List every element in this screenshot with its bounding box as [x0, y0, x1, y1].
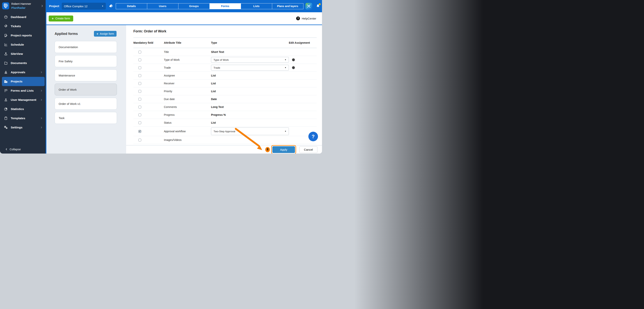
clipboard-icon	[4, 116, 8, 120]
chevron-right-icon	[40, 117, 43, 120]
caret-down-icon: ▼	[284, 130, 286, 132]
attribute-title: Comments	[164, 106, 177, 108]
mandatory-checkbox[interactable]	[138, 58, 141, 61]
question-icon: ?	[312, 134, 314, 139]
tab-plans-and-layers[interactable]: Plans and layers	[272, 4, 303, 9]
sidebar-item-approvals[interactable]: Approvals	[2, 68, 45, 77]
form-card-label: Order of Work	[59, 88, 77, 91]
tab-groups[interactable]: Groups	[178, 4, 210, 9]
expand-sidebar-icon[interactable]	[41, 4, 44, 8]
attribute-table: TitleShort TextType of WorkType of Work▼…	[134, 48, 317, 144]
mandatory-checkbox[interactable]	[138, 106, 141, 108]
table-row-priority: PriorityList	[134, 88, 317, 95]
chevron-right-icon	[40, 98, 43, 101]
gear-icon[interactable]	[292, 58, 295, 62]
sidebar-item-label: Forms and Lists	[11, 89, 34, 92]
chevron-right-icon	[40, 89, 43, 92]
form-card-label: Task	[59, 116, 64, 120]
topbar: Project Office Complex 12 ▼ DetailsUsers…	[46, 0, 322, 12]
form-card-documentation[interactable]: Documentation	[55, 41, 117, 53]
table-row-status: StatusList	[134, 119, 317, 127]
tab-lists[interactable]: Lists	[241, 4, 272, 9]
table-row-title: TitleShort Text	[134, 48, 317, 56]
form-title: Form: Order of Work	[134, 29, 317, 33]
mandatory-checkbox[interactable]: ✓	[138, 130, 141, 133]
attribute-title: Images/Videos	[164, 138, 182, 142]
sidebar-item-label: Documents	[11, 61, 27, 65]
form-card-task[interactable]: Task	[55, 112, 117, 124]
form-card-maintenance[interactable]: Maintenance	[55, 70, 117, 81]
sidebar-item-documents[interactable]: Documents	[2, 58, 45, 68]
tab-details[interactable]: Details	[116, 4, 147, 9]
type-value: Short Text	[211, 50, 224, 54]
folder-icon	[4, 61, 8, 65]
form-footer: 8 Apply Cancel	[126, 145, 322, 154]
mandatory-checkbox[interactable]	[138, 82, 141, 85]
flag-icon	[4, 89, 8, 92]
sidebar-item-user-management[interactable]: User Management	[2, 95, 45, 104]
attribute-title: Progress	[164, 113, 174, 116]
table-row-trade: TradeTrade▼	[134, 64, 317, 72]
dropdown-type-of-work[interactable]: Type of Work▼	[211, 57, 289, 63]
type-value: List	[211, 82, 216, 85]
collapse-button[interactable]: Collapse	[5, 148, 21, 151]
attribute-title: Receiver	[164, 82, 174, 85]
sidebar-item-label: Tickets	[11, 24, 21, 28]
mandatory-checkbox[interactable]	[138, 98, 141, 101]
form-card-order-of-work-v1[interactable]: Order of Work v1	[55, 98, 117, 110]
helpcenter-button[interactable]: ? HelpCenter	[296, 16, 316, 20]
applied-forms-panel: Applied forms + Assign form Documentatio…	[46, 25, 126, 154]
mandatory-checkbox[interactable]	[138, 90, 141, 93]
form-card-label: Fire Safety	[59, 60, 73, 63]
tab-users[interactable]: Users	[147, 4, 178, 9]
tab-bar: DetailsUsersGroupsFormsListsPlans and la…	[116, 3, 304, 9]
schedule-icon	[4, 43, 8, 46]
tag-icon[interactable]	[109, 4, 113, 8]
mandatory-checkbox[interactable]	[138, 50, 141, 54]
notifications-bell-icon[interactable]	[316, 4, 320, 8]
attribute-title: Priority	[164, 90, 172, 93]
mandatory-checkbox[interactable]	[138, 74, 141, 77]
create-form-button[interactable]: + Create form	[49, 16, 73, 22]
sidebar-item-label: Dashboard	[11, 15, 26, 19]
form-card-fire-safety[interactable]: Fire Safety	[55, 55, 117, 67]
sidebar-item-statistics[interactable]: Statistics	[2, 104, 45, 114]
col-type: Type	[211, 41, 289, 44]
attribute-title: Status	[164, 121, 172, 124]
chevron-right-icon	[40, 126, 43, 129]
assign-form-label: Assign form	[100, 32, 114, 35]
dropdown-trade[interactable]: Trade▼	[211, 65, 289, 70]
col-attribute-title: Attribute Title	[164, 41, 211, 44]
sidebar-item-project-reports[interactable]: Project reports	[2, 31, 45, 40]
cancel-button[interactable]: Cancel	[300, 146, 318, 153]
sidebar-item-settings[interactable]: Settings	[2, 123, 45, 132]
connect-app-icon[interactable]	[306, 3, 312, 10]
sidebar-item-schedule[interactable]: Schedule	[2, 40, 45, 49]
help-widget-button[interactable]: ?	[308, 132, 318, 141]
form-card-order-of-work[interactable]: Order of Work	[55, 84, 117, 96]
apply-button[interactable]: Apply	[272, 146, 295, 153]
sidebar-item-tickets[interactable]: Tickets	[2, 22, 45, 31]
sidebar-item-label: User Management	[11, 98, 36, 102]
mandatory-checkbox[interactable]	[138, 114, 141, 116]
sidebar-item-siteview[interactable]: SiteView	[2, 49, 45, 58]
dropdown-two-step-approval[interactable]: Two-Step Approval▼	[211, 128, 289, 135]
sidebar-item-dashboard[interactable]: Dashboard	[2, 12, 45, 22]
sidebar-header: Robert Hammer PlanRadar	[0, 0, 46, 11]
sidebar-item-forms-and-lists[interactable]: Forms and Lists	[2, 86, 45, 95]
type-value: List	[211, 74, 216, 77]
sidebar-item-templates[interactable]: Templates	[2, 114, 45, 123]
attribute-title: Approval workflow	[164, 130, 186, 133]
mandatory-checkbox[interactable]	[138, 138, 141, 142]
tab-forms[interactable]: Forms	[210, 4, 241, 9]
table-row-receiver: ReceiverList	[134, 80, 317, 88]
mandatory-checkbox[interactable]	[138, 121, 141, 124]
assign-form-button[interactable]: + Assign form	[94, 31, 116, 36]
mandatory-checkbox[interactable]	[138, 66, 141, 69]
sidebar-item-projects[interactable]: Projects	[2, 77, 45, 86]
sidebar-item-label: Settings	[11, 126, 22, 129]
project-select[interactable]: Office Complex 12 ▼	[62, 3, 106, 10]
toolbar: + Create form ? HelpCenter	[46, 12, 322, 25]
type-value: Progress %	[211, 113, 226, 116]
gear-icon[interactable]	[292, 66, 295, 70]
